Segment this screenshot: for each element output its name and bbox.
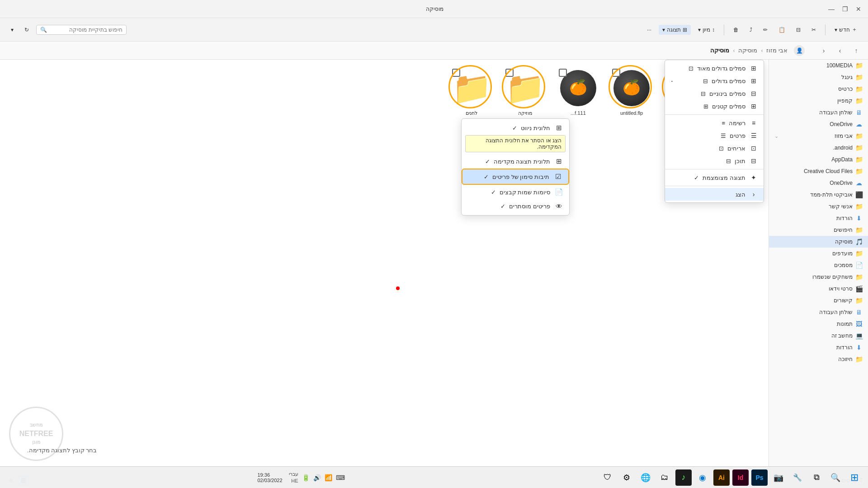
file-item-folder2[interactable]: 📁 לחנים bbox=[447, 65, 496, 125]
view-button[interactable]: ⊞ תצוגה ▾ bbox=[659, 25, 691, 35]
sidebar-item-campaign[interactable]: 📁 קמפיין bbox=[769, 95, 868, 107]
sidebar-item-music[interactable]: 🎵 מוסיקה bbox=[769, 236, 868, 248]
taskbar-chrome[interactable]: 🌐 bbox=[637, 469, 654, 486]
taskbar-tools[interactable]: 🔧 bbox=[789, 469, 806, 486]
rename-button[interactable]: ✏ bbox=[760, 25, 771, 35]
sidebar-item-desktop[interactable]: 🖥 שולחן העבודה bbox=[769, 107, 868, 118]
cut-button[interactable]: ✂ bbox=[808, 25, 820, 35]
view-menu-item-tiles[interactable]: ⊡ אריחים ⊡ bbox=[665, 142, 764, 155]
sidebar-item-documents[interactable]: 📄 מסמכים bbox=[769, 259, 868, 271]
view-menu-item-small[interactable]: ⊞ סמלים קטנים ⊞ bbox=[665, 100, 764, 113]
taskbar-shield[interactable]: 🛡 bbox=[599, 469, 616, 486]
taskbar-search-button[interactable]: 🔍 bbox=[827, 469, 844, 486]
sidebar-item-videos[interactable]: 🎬 סרטי וידאו bbox=[769, 283, 868, 295]
sidebar-item-onedrive[interactable]: ☁ OneDrive bbox=[769, 118, 868, 130]
file-thumb-flp3 bbox=[558, 68, 599, 108]
taskbar-camera[interactable]: 📷 bbox=[770, 469, 787, 486]
small-label: סמלים קטנים bbox=[712, 103, 745, 110]
search-input[interactable] bbox=[47, 27, 123, 33]
sidebar-item-contacts[interactable]: 📁 אנשי קשר bbox=[769, 201, 868, 212]
folder-icon: 📁 bbox=[855, 144, 863, 151]
sidebar-item-hizuka[interactable]: 📁 חיזוכה bbox=[769, 353, 868, 365]
view-menu-item-compact[interactable]: ✦ תצוגה מצומצמת ✓ bbox=[665, 171, 764, 184]
task-view-button[interactable]: ⧉ bbox=[808, 469, 825, 486]
taskbar-media[interactable]: ♪ bbox=[675, 469, 692, 486]
sort-button[interactable]: ↕ מיון ▾ bbox=[694, 25, 718, 35]
maximize-button[interactable]: ❐ bbox=[841, 5, 849, 13]
start-button[interactable]: ⊞ bbox=[846, 469, 863, 486]
folder-icon: 📁 bbox=[855, 356, 863, 363]
nav-back-button[interactable]: ‹ bbox=[817, 44, 830, 57]
new-button[interactable]: ＋ חדש ▾ bbox=[831, 24, 861, 35]
sidebar-item-ccfiles[interactable]: 📁 Creative Cloud Files bbox=[769, 165, 868, 177]
chevron-down-icon: ▾ bbox=[835, 27, 837, 33]
view-menu-item-show[interactable]: ‹ הצג bbox=[665, 188, 764, 201]
xlarge-label: סמלים גדולים מאוד bbox=[697, 65, 745, 72]
nav-up-button[interactable]: ↑ bbox=[850, 44, 863, 57]
view-menu-item-xlarge[interactable]: ⊞ סמלים גדולים מאוד ⊡ bbox=[665, 62, 764, 75]
taskbar-illustrator[interactable]: Ai bbox=[713, 469, 730, 486]
submenu-item-hidden[interactable]: 👁 פריטים מוסתרים ✓ bbox=[462, 199, 569, 213]
sidebar-item-links[interactable]: 📁 קישורים bbox=[769, 295, 868, 306]
sidebar-item-kartis[interactable]: 📁 כרטיס bbox=[769, 83, 868, 95]
submenu-item-preview[interactable]: ⊞ תלונית תצוגה מקדימה ✓ bbox=[462, 154, 569, 169]
file-name-flp3: 111.f... bbox=[571, 110, 586, 116]
search-box[interactable]: 🔍 bbox=[36, 25, 127, 35]
sidebar-item-favorites[interactable]: 📁 מועדפים bbox=[769, 248, 868, 259]
sidebar-item-appdata[interactable]: 📁 AppData bbox=[769, 154, 868, 165]
file-item-folder1[interactable]: 📁 מוזיקה bbox=[500, 65, 550, 125]
checkbox-flp2[interactable] bbox=[612, 69, 620, 77]
copy-button[interactable]: ⊟ bbox=[793, 25, 804, 35]
view-menu-item-large[interactable]: ⊞ סמלים גדולים ⊟ • bbox=[665, 75, 764, 87]
file-name-folder2: לחנים bbox=[466, 110, 477, 116]
taskbar-edge[interactable]: ◉ bbox=[694, 469, 711, 486]
minimize-button[interactable]: — bbox=[827, 5, 835, 13]
extensions-label: סיומות שמות קבצים bbox=[500, 189, 550, 196]
content-area: ♪ ▶ כל מי שיש לוסמארטפון.mp3 bbox=[0, 60, 769, 472]
expand-button[interactable]: ▾ bbox=[7, 25, 17, 35]
computer-icon: 💻 bbox=[855, 332, 863, 339]
more-button[interactable]: ··· bbox=[643, 25, 655, 35]
folder-large-icon-1: 📁 bbox=[505, 72, 545, 104]
paste-button[interactable]: 📋 bbox=[775, 25, 789, 35]
extensions-check: ✓ bbox=[491, 189, 496, 196]
sidebar-item-searches[interactable]: 📁 חיפושים bbox=[769, 224, 868, 236]
nav-forward-button[interactable]: › bbox=[834, 44, 846, 57]
submenu-item-nav[interactable]: ⊞ חלונית ניווט ✓ bbox=[462, 121, 569, 135]
taskbar-photoshop[interactable]: Ps bbox=[751, 469, 768, 486]
checkbox-folder2[interactable] bbox=[452, 69, 460, 77]
sidebar-item-desktop2[interactable]: 🖥 שולחן העבודה bbox=[769, 306, 868, 318]
sidebar-item-savedgames[interactable]: 📁 משחקים שנשמרו bbox=[769, 271, 868, 283]
checkbox-folder1[interactable] bbox=[505, 69, 514, 77]
sidebar-item-onedrive2[interactable]: ☁ OneDrive bbox=[769, 177, 868, 189]
sidebar-item-avi[interactable]: 📁 אבי מזוז ⌄ bbox=[769, 130, 868, 142]
breadcrumb-music[interactable]: מוסיקה bbox=[738, 47, 757, 54]
view-menu-item-medium[interactable]: ⊟ סמלים בינוניים ⊟ bbox=[665, 87, 764, 100]
submenu-item-extensions[interactable]: 📄 סיומות שמות קבצים ✓ bbox=[462, 185, 569, 199]
delete-button[interactable]: 🗑 bbox=[730, 25, 742, 35]
file-item-flp3[interactable]: 111.f... bbox=[553, 65, 603, 125]
file-item-flp2[interactable]: untitled.flp bbox=[607, 65, 656, 125]
taskbar-settings[interactable]: ⚙ bbox=[618, 469, 635, 486]
sidebar-item-downloads2[interactable]: ⬇ הורדות bbox=[769, 342, 868, 353]
checkbox-flp3[interactable] bbox=[559, 69, 567, 77]
share-button[interactable]: ⤴ bbox=[746, 25, 756, 35]
view-menu-item-details[interactable]: ☰ פרטים ☰ bbox=[665, 129, 764, 142]
close-button[interactable]: ✕ bbox=[854, 5, 863, 13]
sidebar-item-pictures[interactable]: 🖼 תמונות bbox=[769, 318, 868, 330]
sidebar-item-android[interactable]: 📁 android. bbox=[769, 142, 868, 154]
view-menu-item-list[interactable]: ≡ רשימה ≡ bbox=[665, 117, 764, 129]
refresh-button[interactable]: ↻ bbox=[21, 25, 33, 35]
sidebar-item-gingel[interactable]: 📁 גינגל bbox=[769, 71, 868, 83]
view-menu-item-content[interactable]: ⊟ תוכן ⊟ bbox=[665, 155, 764, 167]
submenu-item-checkboxes[interactable]: ☑ תיבות סימון של פריטים ✓ bbox=[462, 169, 569, 185]
download-icon: ⬇ bbox=[855, 215, 863, 222]
sidebar-item-downloads[interactable]: ⬇ הורדות bbox=[769, 212, 868, 224]
taskbar-file-explorer[interactable]: 🗂 bbox=[656, 469, 673, 486]
sidebar-item-mycomputer[interactable]: 💻 מחשב זה bbox=[769, 330, 868, 342]
taskbar-indesign[interactable]: Id bbox=[732, 469, 749, 486]
sidebar-item-100media[interactable]: 📁 100MEDIA bbox=[769, 60, 868, 71]
content-label: תוכן bbox=[735, 158, 745, 164]
sidebar-item-3d[interactable]: ⬛ אוביקטי תלת-ממד bbox=[769, 189, 868, 201]
tiles-icon: ⊡ bbox=[749, 145, 758, 152]
